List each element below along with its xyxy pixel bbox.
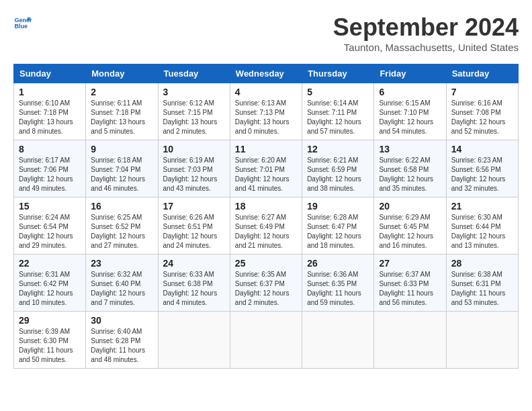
day-number: 8 bbox=[19, 144, 81, 154]
daylight-text: Daylight: 12 hours and 7 minutes. bbox=[91, 289, 145, 306]
daylight-text: Daylight: 12 hours and 46 minutes. bbox=[91, 175, 145, 192]
table-row bbox=[230, 312, 302, 369]
table-row: 11Sunrise: 6:20 AMSunset: 7:01 PMDayligh… bbox=[230, 140, 302, 197]
day-number: 30 bbox=[91, 315, 152, 326]
header-thursday: Thursday bbox=[302, 64, 374, 83]
day-info: Sunrise: 6:38 AMSunset: 6:31 PMDaylight:… bbox=[451, 270, 513, 308]
table-row: 18Sunrise: 6:27 AMSunset: 6:49 PMDayligh… bbox=[230, 197, 302, 255]
daylight-text: Daylight: 11 hours and 50 minutes. bbox=[19, 347, 73, 363]
sunset-text: Sunset: 6:51 PM bbox=[163, 223, 213, 230]
day-info: Sunrise: 6:37 AMSunset: 6:33 PMDaylight:… bbox=[379, 270, 441, 308]
sunrise-text: Sunrise: 6:18 AM bbox=[91, 156, 142, 164]
header-friday: Friday bbox=[374, 64, 446, 83]
sunrise-text: Sunrise: 6:35 AM bbox=[235, 271, 286, 278]
logo: General Blue bbox=[13, 13, 32, 32]
sunset-text: Sunset: 6:47 PM bbox=[307, 223, 357, 230]
table-row: 21Sunrise: 6:30 AMSunset: 6:44 PMDayligh… bbox=[446, 197, 518, 255]
table-row: 24Sunrise: 6:33 AMSunset: 6:38 PMDayligh… bbox=[158, 255, 230, 312]
day-info: Sunrise: 6:25 AMSunset: 6:52 PMDaylight:… bbox=[91, 213, 152, 250]
sunrise-text: Sunrise: 6:20 AM bbox=[235, 156, 286, 164]
table-row: 6Sunrise: 6:15 AMSunset: 7:10 PMDaylight… bbox=[374, 83, 446, 140]
day-info: Sunrise: 6:23 AMSunset: 6:56 PMDaylight:… bbox=[451, 156, 513, 193]
sunset-text: Sunset: 7:03 PM bbox=[163, 166, 213, 173]
sunset-text: Sunset: 7:10 PM bbox=[379, 109, 429, 116]
sunrise-text: Sunrise: 6:11 AM bbox=[91, 99, 142, 107]
daylight-text: Daylight: 12 hours and 49 minutes. bbox=[19, 175, 73, 192]
sunrise-text: Sunrise: 6:14 AM bbox=[307, 99, 358, 107]
header-sunday: Sunday bbox=[14, 64, 86, 83]
day-number: 19 bbox=[307, 201, 369, 212]
sunrise-text: Sunrise: 6:25 AM bbox=[91, 214, 142, 221]
header-wednesday: Wednesday bbox=[230, 64, 302, 83]
sunset-text: Sunset: 7:13 PM bbox=[235, 109, 285, 116]
day-info: Sunrise: 6:17 AMSunset: 7:06 PMDaylight:… bbox=[19, 156, 81, 193]
sunrise-text: Sunrise: 6:36 AM bbox=[307, 271, 358, 278]
daylight-text: Daylight: 12 hours and 16 minutes. bbox=[379, 232, 433, 249]
table-row: 1Sunrise: 6:10 AMSunset: 7:18 PMDaylight… bbox=[14, 83, 86, 140]
calendar-week-row: 15Sunrise: 6:24 AMSunset: 6:54 PMDayligh… bbox=[14, 197, 519, 255]
table-row: 29Sunrise: 6:39 AMSunset: 6:30 PMDayligh… bbox=[14, 312, 86, 369]
day-number: 16 bbox=[91, 201, 152, 212]
sunrise-text: Sunrise: 6:28 AM bbox=[307, 214, 358, 221]
sunset-text: Sunset: 7:18 PM bbox=[19, 109, 69, 116]
day-number: 9 bbox=[91, 144, 152, 154]
daylight-text: Daylight: 12 hours and 38 minutes. bbox=[307, 175, 361, 192]
day-info: Sunrise: 6:40 AMSunset: 6:28 PMDaylight:… bbox=[91, 327, 152, 365]
daylight-text: Daylight: 11 hours and 56 minutes. bbox=[379, 289, 433, 306]
daylight-text: Daylight: 12 hours and 57 minutes. bbox=[307, 118, 361, 135]
sunset-text: Sunset: 6:30 PM bbox=[19, 337, 69, 345]
table-row: 27Sunrise: 6:37 AMSunset: 6:33 PMDayligh… bbox=[374, 255, 446, 312]
table-row: 20Sunrise: 6:29 AMSunset: 6:45 PMDayligh… bbox=[374, 197, 446, 255]
day-info: Sunrise: 6:13 AMSunset: 7:13 PMDaylight:… bbox=[235, 99, 297, 136]
day-number: 10 bbox=[163, 144, 225, 154]
day-info: Sunrise: 6:27 AMSunset: 6:49 PMDaylight:… bbox=[235, 213, 297, 250]
day-info: Sunrise: 6:31 AMSunset: 6:42 PMDaylight:… bbox=[19, 270, 81, 308]
day-number: 22 bbox=[19, 258, 81, 269]
day-info: Sunrise: 6:29 AMSunset: 6:45 PMDaylight:… bbox=[379, 213, 441, 250]
sunrise-text: Sunrise: 6:38 AM bbox=[451, 271, 502, 278]
sunrise-text: Sunrise: 6:21 AM bbox=[307, 156, 358, 164]
day-number: 23 bbox=[91, 258, 152, 269]
logo-icon: General Blue bbox=[13, 13, 32, 32]
daylight-text: Daylight: 12 hours and 18 minutes. bbox=[307, 232, 361, 249]
day-number: 12 bbox=[307, 144, 369, 154]
day-number: 2 bbox=[91, 87, 152, 97]
day-info: Sunrise: 6:14 AMSunset: 7:11 PMDaylight:… bbox=[307, 99, 369, 136]
daylight-text: Daylight: 13 hours and 0 minutes. bbox=[235, 118, 290, 135]
daylight-text: Daylight: 11 hours and 59 minutes. bbox=[307, 289, 361, 306]
sunset-text: Sunset: 7:04 PM bbox=[91, 166, 140, 173]
day-number: 3 bbox=[163, 87, 225, 97]
daylight-text: Daylight: 13 hours and 8 minutes. bbox=[19, 118, 73, 135]
table-row: 25Sunrise: 6:35 AMSunset: 6:37 PMDayligh… bbox=[230, 255, 302, 312]
table-row: 8Sunrise: 6:17 AMSunset: 7:06 PMDaylight… bbox=[14, 140, 86, 197]
table-row bbox=[374, 312, 446, 369]
table-row: 13Sunrise: 6:22 AMSunset: 6:58 PMDayligh… bbox=[374, 140, 446, 197]
table-row: 16Sunrise: 6:25 AMSunset: 6:52 PMDayligh… bbox=[86, 197, 158, 255]
sunset-text: Sunset: 6:31 PM bbox=[451, 280, 501, 287]
calendar-week-row: 29Sunrise: 6:39 AMSunset: 6:30 PMDayligh… bbox=[14, 312, 519, 369]
day-number: 15 bbox=[19, 201, 81, 212]
header-tuesday: Tuesday bbox=[158, 64, 230, 83]
day-info: Sunrise: 6:16 AMSunset: 7:08 PMDaylight:… bbox=[451, 99, 513, 136]
table-row: 22Sunrise: 6:31 AMSunset: 6:42 PMDayligh… bbox=[14, 255, 86, 312]
daylight-text: Daylight: 12 hours and 4 minutes. bbox=[163, 289, 218, 306]
day-number: 4 bbox=[235, 87, 297, 97]
sunrise-text: Sunrise: 6:30 AM bbox=[451, 214, 502, 221]
daylight-text: Daylight: 12 hours and 2 minutes. bbox=[235, 289, 290, 306]
table-row: 30Sunrise: 6:40 AMSunset: 6:28 PMDayligh… bbox=[86, 312, 158, 369]
daylight-text: Daylight: 12 hours and 29 minutes. bbox=[19, 232, 73, 249]
day-info: Sunrise: 6:19 AMSunset: 7:03 PMDaylight:… bbox=[163, 156, 225, 193]
sunset-text: Sunset: 6:44 PM bbox=[451, 223, 501, 230]
sunrise-text: Sunrise: 6:13 AM bbox=[235, 99, 286, 107]
table-row: 7Sunrise: 6:16 AMSunset: 7:08 PMDaylight… bbox=[446, 83, 518, 140]
daylight-text: Daylight: 12 hours and 43 minutes. bbox=[163, 175, 218, 192]
sunrise-text: Sunrise: 6:24 AM bbox=[19, 214, 70, 221]
sunrise-text: Sunrise: 6:29 AM bbox=[379, 214, 430, 221]
day-info: Sunrise: 6:21 AMSunset: 6:59 PMDaylight:… bbox=[307, 156, 369, 193]
sunset-text: Sunset: 6:42 PM bbox=[19, 280, 69, 287]
sunset-text: Sunset: 7:15 PM bbox=[163, 109, 213, 116]
calendar-week-row: 8Sunrise: 6:17 AMSunset: 7:06 PMDaylight… bbox=[14, 140, 519, 197]
table-row bbox=[158, 312, 230, 369]
day-number: 27 bbox=[379, 258, 441, 269]
sunset-text: Sunset: 6:49 PM bbox=[235, 223, 285, 230]
